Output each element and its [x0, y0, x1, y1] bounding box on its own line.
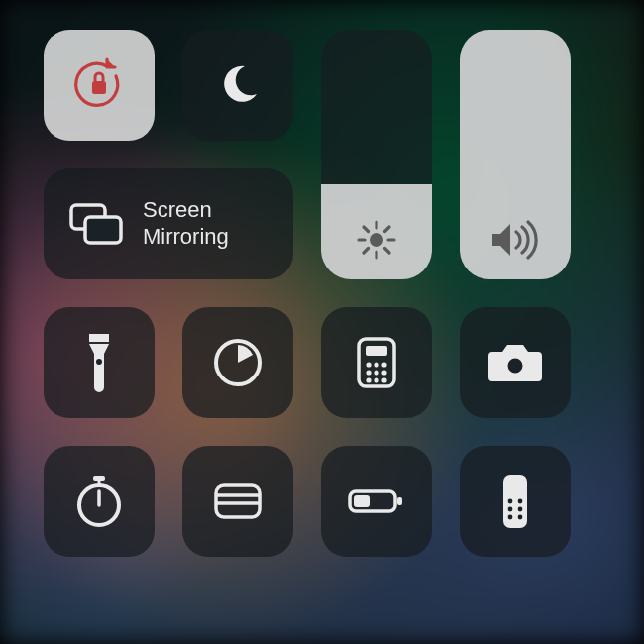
camera-icon [486, 340, 544, 385]
timer-button[interactable] [182, 307, 293, 418]
do-not-disturb-toggle[interactable] [182, 30, 293, 141]
control-center: Screen Mirroring [0, 0, 644, 644]
svg-point-41 [518, 515, 523, 520]
svg-point-16 [366, 362, 371, 367]
svg-point-23 [374, 377, 378, 382]
svg-point-17 [374, 362, 378, 367]
svg-point-3 [370, 233, 383, 247]
screen-mirroring-button[interactable]: Screen Mirroring [44, 168, 293, 279]
brightness-slider[interactable] [321, 30, 432, 279]
svg-rect-15 [366, 346, 387, 356]
svg-point-37 [518, 499, 523, 504]
screen-mirroring-label: Screen Mirroring [143, 197, 229, 251]
svg-rect-0 [92, 81, 106, 94]
svg-line-10 [364, 249, 369, 254]
battery-icon [346, 485, 407, 517]
wallet-icon [210, 480, 266, 523]
volume-slider[interactable] [460, 30, 571, 279]
moon-icon [215, 62, 261, 108]
remote-icon [500, 472, 530, 531]
svg-line-11 [385, 227, 390, 232]
flashlight-icon [83, 332, 115, 393]
svg-rect-27 [93, 476, 105, 481]
svg-point-12 [96, 359, 102, 365]
wallet-button[interactable] [182, 446, 293, 557]
svg-point-39 [518, 507, 523, 512]
svg-point-36 [508, 499, 513, 504]
flashlight-button[interactable] [44, 307, 155, 418]
svg-rect-33 [397, 497, 402, 505]
orientation-lock-icon [70, 56, 128, 114]
svg-rect-35 [503, 475, 527, 528]
svg-rect-2 [85, 217, 121, 243]
timer-icon [211, 336, 265, 389]
svg-point-19 [366, 370, 371, 375]
stopwatch-icon [74, 474, 124, 529]
stopwatch-button[interactable] [44, 446, 155, 557]
svg-line-9 [385, 249, 390, 254]
svg-point-24 [381, 377, 386, 382]
apple-tv-remote-button[interactable] [460, 446, 571, 557]
calculator-icon [356, 336, 397, 389]
svg-point-20 [374, 370, 378, 375]
svg-rect-34 [354, 495, 370, 507]
svg-point-21 [381, 370, 386, 375]
svg-rect-31 [216, 485, 260, 517]
low-power-mode-button[interactable] [321, 446, 432, 557]
camera-button[interactable] [460, 307, 571, 418]
screen-mirroring-icon [67, 201, 125, 247]
svg-line-8 [364, 227, 369, 232]
svg-point-40 [508, 515, 513, 520]
sun-icon [355, 218, 398, 262]
svg-point-38 [508, 507, 513, 512]
speaker-icon [488, 218, 542, 262]
calculator-button[interactable] [321, 307, 432, 418]
svg-point-22 [366, 377, 371, 382]
orientation-lock-toggle[interactable] [44, 30, 155, 141]
svg-point-18 [381, 362, 386, 367]
